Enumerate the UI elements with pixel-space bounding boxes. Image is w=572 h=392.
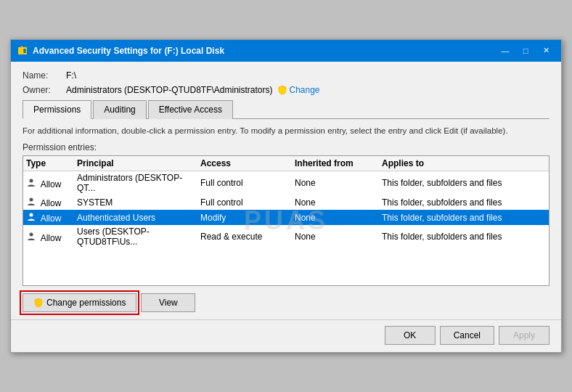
name-label: Name: (23, 70, 66, 81)
row1-type: Allow (23, 196, 74, 208)
window-icon (17, 45, 28, 57)
cancel-button[interactable]: Cancel (440, 326, 494, 345)
change-link-text: Change (290, 85, 320, 95)
title-bar: Advanced Security Settings for (F:) Loca… (11, 40, 561, 62)
info-text: For additional information, double-click… (23, 125, 549, 136)
change-permissions-button[interactable]: Change permissions (23, 293, 136, 312)
perm-entries-label: Permission entries: (23, 142, 549, 152)
shield-icon (277, 85, 287, 95)
row2-access: Modify (197, 213, 292, 223)
row3-principal: Users (DESKTOP-QTUD8TF\Us... (74, 226, 197, 247)
row1-access: Full control (197, 197, 292, 208)
table-row[interactable]: Allow Authenticated Users Modify None Th… (23, 210, 549, 225)
table-header: Type Principal Access Inherited from App… (23, 156, 549, 171)
action-buttons: Change permissions View (23, 293, 549, 312)
row0-inherited: None (292, 178, 379, 188)
row2-inherited: None (292, 213, 379, 223)
window-body: Name: F:\ Owner: Administrators (DESKTOP… (11, 62, 561, 319)
col-header-applies: Applies to (379, 158, 549, 168)
dialog-footer: OK Cancel Apply (11, 319, 561, 352)
change-owner-link[interactable]: Change (277, 85, 320, 95)
col-header-inherited: Inherited from (292, 158, 379, 168)
close-button[interactable]: ✕ (536, 44, 555, 58)
table-row[interactable]: Allow Administrators (DESKTOP-QT... Full… (23, 171, 549, 195)
view-button[interactable]: View (141, 293, 195, 312)
tab-permissions[interactable]: Permissions (23, 100, 91, 119)
col-header-principal: Principal (74, 158, 197, 168)
user-icon (26, 211, 36, 221)
row1-inherited: None (292, 197, 379, 208)
row0-type: Allow (23, 177, 74, 189)
col-header-access: Access (197, 158, 292, 168)
name-value: F:\ (66, 70, 76, 81)
main-window: Advanced Security Settings for (F:) Loca… (10, 39, 562, 353)
title-bar-controls: — □ ✕ (496, 44, 555, 58)
svg-point-4 (30, 213, 33, 217)
col-header-type: Type (23, 158, 74, 168)
shield-icon (33, 298, 44, 308)
row3-inherited: None (292, 232, 379, 242)
tab-auditing[interactable]: Auditing (93, 100, 146, 119)
apply-button[interactable]: Apply (499, 326, 549, 345)
user-icon (26, 177, 36, 187)
row3-type: Allow (23, 231, 74, 243)
row2-applies: This folder, subfolders and files (379, 213, 549, 223)
name-row: Name: F:\ (23, 70, 549, 81)
row3-applies: This folder, subfolders and files (379, 232, 549, 242)
row2-principal: Authenticated Users (74, 213, 197, 223)
owner-label: Owner: (23, 85, 66, 95)
tab-effective-access[interactable]: Effective Access (148, 100, 233, 119)
svg-point-3 (30, 198, 33, 202)
owner-value: Administrators (DESKTOP-QTUD8TF\Administ… (66, 85, 273, 95)
table-row[interactable]: Allow SYSTEM Full control None This fold… (23, 195, 549, 210)
maximize-button[interactable]: □ (516, 44, 535, 58)
user-icon (26, 231, 36, 241)
row3-access: Read & execute (197, 232, 292, 242)
row1-principal: SYSTEM (74, 197, 197, 208)
row0-applies: This folder, subfolders and files (379, 178, 549, 188)
tabs-container: Permissions Auditing Effective Access (23, 99, 549, 119)
permissions-table: PUAS Type Principal Access Inherited fro… (23, 155, 549, 286)
owner-row: Owner: Administrators (DESKTOP-QTUD8TF\A… (23, 85, 549, 95)
row2-type: Allow (23, 211, 74, 224)
row0-principal: Administrators (DESKTOP-QT... (74, 173, 197, 193)
table-row[interactable]: Allow Users (DESKTOP-QTUD8TF\Us... Read … (23, 225, 549, 248)
window-title: Advanced Security Settings for (F:) Loca… (33, 46, 496, 56)
row0-access: Full control (197, 178, 292, 188)
row1-applies: This folder, subfolders and files (379, 197, 549, 208)
minimize-button[interactable]: — (496, 44, 515, 58)
ok-button[interactable]: OK (385, 326, 436, 345)
svg-point-5 (30, 232, 33, 236)
user-icon (26, 196, 36, 206)
svg-point-2 (30, 179, 33, 182)
